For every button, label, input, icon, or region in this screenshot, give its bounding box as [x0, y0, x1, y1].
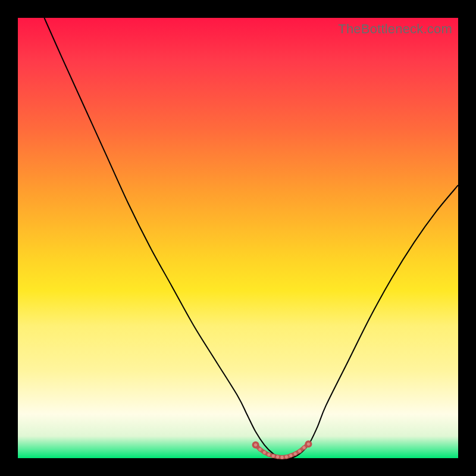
optimal-region-marker — [284, 455, 288, 459]
optimal-region-marker — [298, 449, 301, 453]
optimal-region-marker — [267, 453, 271, 456]
curve-layer — [18, 18, 458, 458]
optimal-region-markers — [252, 440, 312, 459]
optimal-region-marker — [271, 454, 275, 458]
optimal-region-marker — [258, 447, 262, 451]
optimal-region-marker — [293, 452, 297, 455]
chart-frame: TheBottleneck.com — [0, 0, 476, 476]
optimal-region-marker — [253, 443, 257, 447]
optimal-region-marker — [289, 453, 293, 457]
optimal-region-marker — [302, 446, 306, 449]
bottleneck-curve — [44, 18, 458, 459]
optimal-region-marker — [262, 450, 266, 454]
optimal-region-marker — [306, 442, 310, 446]
optimal-region-marker — [275, 455, 279, 459]
optimal-region-marker — [280, 455, 284, 459]
plot-area: TheBottleneck.com — [18, 18, 458, 458]
